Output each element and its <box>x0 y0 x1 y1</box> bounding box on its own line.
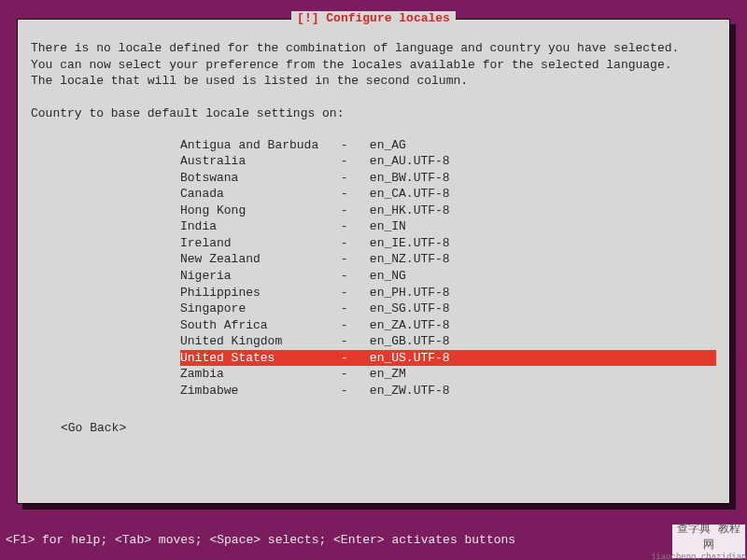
list-item[interactable]: United States - en_US.UTF-8 <box>180 350 716 367</box>
dialog-title-wrapper: [!] Configure locales <box>18 11 729 25</box>
list-item[interactable]: Philippines - en_PH.UTF-8 <box>180 285 716 301</box>
list-item[interactable]: India - en_IN <box>180 218 716 235</box>
list-item[interactable]: Zimbabwe - en_ZW.UTF-8 <box>180 383 716 399</box>
list-item[interactable]: Ireland - en_IE.UTF-8 <box>180 235 716 252</box>
list-item[interactable]: South Africa - en_ZA.UTF-8 <box>180 317 716 334</box>
watermark: 查字典 教程网 jiaocheng.chazidian.com <box>672 525 745 558</box>
list-item[interactable]: Singapore - en_SG.UTF-8 <box>180 301 716 317</box>
list-item[interactable]: Hong Kong - en_HK.UTF-8 <box>180 203 716 219</box>
dialog-prompt: Country to base default locale settings … <box>31 106 716 120</box>
list-item[interactable]: Zambia - en_ZM <box>180 366 716 383</box>
list-item[interactable]: Botswana - en_BW.UTF-8 <box>180 170 716 187</box>
list-item[interactable]: Nigeria - en_NG <box>180 268 716 285</box>
help-footer: <F1> for help; <Tab> moves; <Space> sele… <box>6 533 515 547</box>
dialog-title: [!] Configure locales <box>291 11 456 25</box>
list-item[interactable]: Australia - en_AU.UTF-8 <box>180 153 716 170</box>
locale-list[interactable]: Antigua and Barbuda - en_AG Australia - … <box>180 137 716 399</box>
configure-locales-dialog: [!] Configure locales There is no locale… <box>17 19 730 504</box>
list-item[interactable]: New Zealand - en_NZ.UTF-8 <box>180 251 716 268</box>
list-item[interactable]: United Kingdom - en_GB.UTF-8 <box>180 333 716 350</box>
dialog-intro-text: There is no locale defined for the combi… <box>31 40 716 90</box>
go-back-button[interactable]: <Go Back> <box>61 421 716 435</box>
list-item[interactable]: Antigua and Barbuda - en_AG <box>180 137 716 154</box>
list-item[interactable]: Canada - en_CA.UTF-8 <box>180 186 716 203</box>
